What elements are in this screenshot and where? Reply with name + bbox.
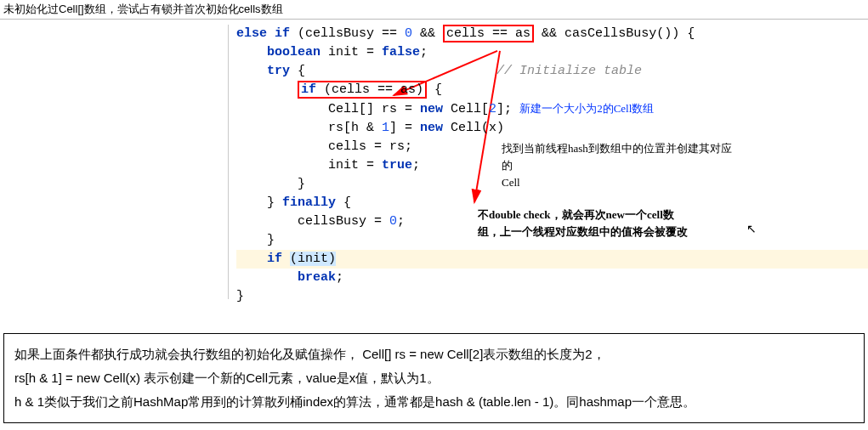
kw-finally: finally [282,195,336,210]
explanation-box: 如果上面条件都执行成功就会执行数组的初始化及赋值操作， Cell[] rs = … [3,333,865,423]
code-text: cellsBusy = [236,214,389,229]
annotation-side-1: 找到当前线程hash到数组中的位置并创建其对应的 Cell [502,140,740,191]
highlighted-line: if (init) [236,250,868,269]
num-1: 1 [382,121,389,135]
red-box-cond1: cells == as [443,25,534,42]
explanation-line: h & 1类似于我们之前HashMap常用到的计算散列桶index的算法，通常都… [14,390,854,414]
code-text: (cellsBusy == [290,26,405,41]
annotation-text: Cell [502,176,520,189]
code-text: ; [336,270,343,285]
kw-if: if [301,82,316,97]
code-text: && casCellsBusy()) { [534,26,695,41]
code-text: (cells == as) [316,82,423,97]
code-annotated-block: else if (cellsBusy == 0 && cells == as &… [0,20,868,316]
red-box-cond2: if (cells == as) [298,81,427,99]
code-text: } [236,195,282,210]
kw-else-if: else if [236,26,290,41]
code-text: Cell(x) [443,121,504,135]
code-text: cells = rs; [236,139,412,154]
selection: (init) [290,252,336,266]
code-text: Cell[ [443,102,489,116]
code-text: ; [420,45,428,59]
code-text: && [412,26,443,41]
code-text: Cell[] rs = [236,102,420,116]
kw-try: try [236,64,290,78]
code-text: { [336,195,351,210]
kw-false: false [382,45,420,59]
code-text: { [290,64,305,78]
kw-new2: new [420,121,443,135]
num-2: 2 [489,102,496,116]
explanation-line: 如果上面条件都执行成功就会执行数组的初始化及赋值操作， Cell[] rs = … [14,342,854,366]
code-text: } [236,289,244,303]
annotation-text: 不double check，就会再次new一个cell数 [478,208,674,221]
annotation-side-2: 不double check，就会再次new一个cell数 组，上一个线程对应数组… [478,207,750,240]
inline-annotation: 新建一个大小为2的Cell数组 [519,102,654,115]
code-text: ; [412,158,420,173]
code-text: } [236,177,305,191]
kw-if2: if [236,252,290,266]
num-0b: 0 [389,214,397,229]
indent [236,82,298,97]
mouse-cursor-icon: ↖ [746,222,757,235]
annotation-text: 组，上一个线程对应数组中的值将会被覆改 [478,225,688,238]
explanation-line: rs[h & 1] = new Cell(x) 表示创建一个新的Cell元素，v… [14,366,854,390]
num-0: 0 [405,26,412,41]
kw-new: new [420,102,443,116]
kw-true: true [382,158,412,173]
code-text: ]; [496,102,512,116]
code-text: ] = [389,121,420,135]
code-text: rs[h & [236,121,382,135]
code-text: { [427,82,442,97]
code-text: ; [397,214,405,229]
code-text: } [236,233,275,247]
code-text: init = [321,45,382,59]
comment: // Initialize table [305,64,642,78]
page-title: 未初始化过Cell[]数组，尝试占有锁并首次初始化cells数组 [0,0,868,20]
annotation-text: 找到当前线程hash到数组中的位置并创建其对应的 [502,142,732,172]
code-text: init = [236,158,382,173]
kw-boolean: boolean [236,45,321,59]
kw-break: break [236,270,336,285]
